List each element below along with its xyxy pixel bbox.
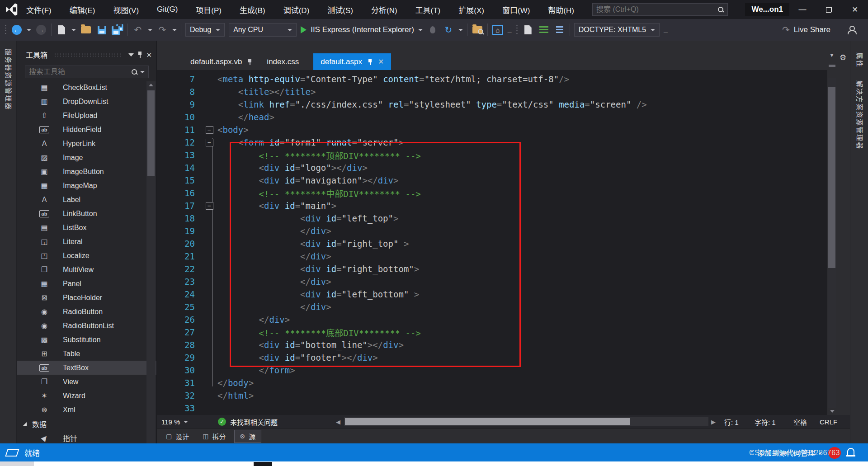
eol-indicator[interactable]: CRLF [820,415,837,428]
menu-item-帮助H[interactable]: 帮助(H) [548,4,574,15]
pin-icon[interactable] [137,51,142,58]
solution-explorer-tab[interactable]: 解决方案资源管理器 [855,80,865,150]
editor-tab-index.css[interactable]: index.css [259,53,306,70]
document-outline-button[interactable] [522,24,534,36]
code-line-31[interactable]: 31</body> [157,377,827,389]
toolbox-item-hyperlink[interactable]: AHyperLink [17,137,156,151]
pin-icon[interactable] [247,58,252,66]
space-indicator[interactable]: 空格 [793,415,807,428]
toolbox-item-placeholder[interactable]: ⊠PlaceHolder [17,291,156,305]
browser-preview-button[interactable]: ⌂ [492,24,504,36]
menu-item-生成B[interactable]: 生成(B) [240,4,265,15]
close-button[interactable]: ✕ [842,0,868,19]
editor-tab-default.aspx.vb[interactable]: default.aspx.vb [183,53,259,70]
toolbox-item-fileupload[interactable]: ⇧FileUpload [17,108,156,122]
gear-icon[interactable]: ⚙ [840,53,846,62]
scroll-left-icon[interactable]: ◀ [336,415,340,428]
fold-collapse-icon[interactable] [201,139,217,146]
quick-search-box[interactable] [592,3,728,16]
menu-item-测试S[interactable]: 测试(S) [327,4,353,15]
zoom-control[interactable]: 119 % [161,415,188,428]
back-dropdown-icon[interactable] [27,29,31,31]
toolbox-item-substitution[interactable]: ▩Substitution [17,333,156,347]
toolbox-item-dropdownlist[interactable]: ▥DropDownList [17,94,156,108]
editor-horizontal-scrollbar[interactable] [344,417,708,426]
toolbox-item-imagebutton[interactable]: ▣ImageButton [17,165,156,179]
code-line-7[interactable]: 7<meta http-equiv="Content-Type" content… [157,73,827,85]
code-line-33[interactable]: 33 [157,402,827,414]
toolbox-item-multiview[interactable]: ❐MultiView [17,263,156,277]
solution-configuration-dropdown[interactable]: Debug [185,23,225,37]
code-line-11[interactable]: 11<body> [157,123,827,136]
redo-button[interactable]: ↷ [156,24,168,36]
menu-item-窗口W[interactable]: 窗口(W) [502,4,530,15]
menu-item-文件F[interactable]: 文件(F) [26,4,52,15]
toolbox-item-wizard[interactable]: ✶Wizard [17,389,156,403]
code-line-8[interactable]: 8 <title></title> [157,85,827,98]
new-project-button[interactable] [56,24,67,36]
pin-icon[interactable] [368,58,373,66]
scroll-right-icon[interactable]: ▶ [711,415,716,428]
health-indicator[interactable]: ✓ 未找到相关问题 [218,415,278,428]
toolbox-item-localize[interactable]: ◳Localize [17,249,156,263]
menu-item-编辑E[interactable]: 编辑(E) [70,4,95,15]
char-indicator[interactable]: 字符: 1 [755,415,776,428]
undo-dropdown-icon[interactable] [148,29,152,31]
scrollbar-track[interactable] [828,78,836,408]
save-button[interactable] [96,24,108,36]
new-dropdown-icon[interactable] [71,29,76,31]
menu-item-分析N[interactable]: 分析(N) [371,4,397,15]
format-document-button[interactable] [538,24,550,36]
toolbox-item-pointer[interactable]: ▶指针 [17,431,156,443]
undo-button[interactable]: ↶ [132,24,144,36]
add-collaborator-icon[interactable] [845,24,857,36]
doctype-dropdown[interactable]: DOCTYPE: XHTML5 [574,23,660,37]
menu-item-扩展X[interactable]: 扩展(X) [458,4,484,15]
chevron-down-icon[interactable] [128,53,134,56]
search-input[interactable] [596,5,718,14]
scrollbar-thumb[interactable] [828,87,835,268]
code-line-10[interactable]: 10 </head> [157,111,827,123]
solution-platform-dropdown[interactable]: Any CPU [229,23,297,37]
toolbar-grip[interactable] [5,24,7,36]
scroll-up-icon[interactable] [146,81,156,89]
toolbox-search-box[interactable] [25,66,149,78]
toolbox-item-linkbutton[interactable]: abLinkButton [17,207,156,221]
refresh-dropdown-icon[interactable] [458,29,463,31]
split-editor-handle[interactable] [829,65,835,67]
toolbox-item-literal[interactable]: ◱Literal [17,235,156,249]
live-share-button[interactable]: ↷ Live Share [782,25,830,34]
search-options-dropdown-icon[interactable] [140,71,145,73]
menu-item-视图V[interactable]: 视图(V) [113,4,139,15]
toolbox-item-view[interactable]: ❐View [17,375,156,389]
start-debugging-button[interactable]: IIS Express (Internet Explorer) [301,25,423,34]
toolbox-item-radiobuttonlist[interactable]: ◉RadioButtonList [17,319,156,333]
toolbox-item-panel[interactable]: ▦Panel [17,277,156,291]
toolbox-item-checkboxlist[interactable]: ▤CheckBoxList [17,80,156,94]
minimize-button[interactable]: — [789,0,816,19]
restore-button[interactable] [816,0,842,19]
hot-reload-button[interactable] [427,24,439,36]
toolbox-item-radiobutton[interactable]: ◉RadioButton [17,305,156,319]
backlog-icon[interactable] [5,449,19,457]
navigate-back-button[interactable]: ← [11,24,23,36]
code-line-9[interactable]: 9 <link href="./css/index.css" rel="styl… [157,98,827,111]
toolbox-item-xml[interactable]: ⊛Xml [17,403,156,417]
view-tab-拆分[interactable]: ◫拆分 [197,430,231,442]
menu-item-调试D[interactable]: 调试(D) [283,4,310,15]
toolbox-scrollbar[interactable] [146,81,156,466]
chevron-down-icon[interactable]: ▼ [829,52,835,58]
fold-collapse-icon[interactable] [201,126,217,134]
toolbar-grip[interactable] [516,24,518,36]
toolbox-search-input[interactable] [29,68,132,76]
view-tab-源[interactable]: ⊗源 [234,430,262,443]
redo-dropdown-icon[interactable] [172,29,177,31]
save-all-button[interactable] [112,24,123,36]
server-explorer-tab[interactable]: 服务器资源管理器 [4,49,14,110]
toolbox-item-hiddenfield[interactable]: abHiddenField [17,122,156,137]
run-target-dropdown-icon[interactable] [418,29,423,31]
menu-item-项目P[interactable]: 项目(P) [196,4,222,15]
menu-item-GitG[interactable]: Git(G) [157,5,178,14]
toolbox-item-label[interactable]: ALabel [17,193,156,207]
properties-tab[interactable]: 属性 [855,52,865,68]
